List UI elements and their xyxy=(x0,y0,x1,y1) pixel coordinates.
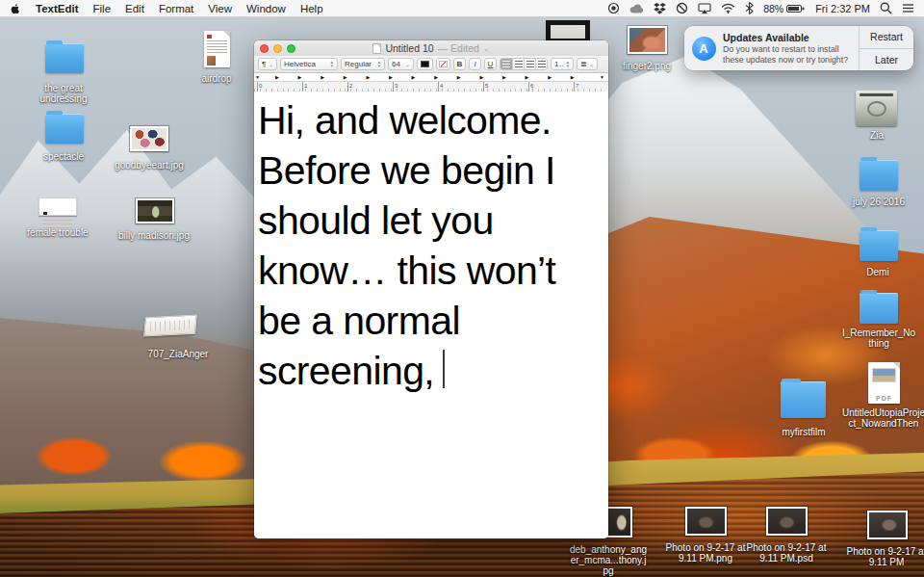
desktop-icon-goodbyeeart[interactable] xyxy=(130,126,168,151)
dropbox-icon[interactable] xyxy=(654,3,666,14)
italic-button[interactable]: I xyxy=(469,58,481,70)
desktop-icon-finger2[interactable] xyxy=(628,26,667,54)
desktop-icon-untitled-utopia-project[interactable]: PDF xyxy=(868,362,900,404)
desktop-icon-july-26-2016[interactable] xyxy=(860,160,898,191)
desktop-icon-zia-device[interactable] xyxy=(856,91,897,126)
align-center-button[interactable] xyxy=(512,59,524,69)
menu-item-file[interactable]: File xyxy=(93,3,112,14)
ruler-number: 0 xyxy=(257,82,262,92)
textedit-window: Untitled 10 — Edited ⌄ ¶⌄ Helvetica ▲▼ R… xyxy=(254,40,608,538)
cloud-icon[interactable] xyxy=(629,3,644,13)
tab-stop-marker[interactable]: ▶ xyxy=(298,73,302,81)
desktop-icon-billy-madison[interactable] xyxy=(136,198,174,223)
bluetooth-icon[interactable] xyxy=(745,2,754,14)
desktop-label-july-26-2016: july 26 2016 xyxy=(842,197,915,207)
tab-stop-strip[interactable]: ▶▶▶▶▶▶▶▶▶▶▶▶▶▶▼▼ xyxy=(254,73,608,81)
wifi-icon[interactable] xyxy=(721,3,735,13)
line-spacing-stepper[interactable]: 1.0 ▲▼ xyxy=(551,58,574,70)
desktop-icon-photo-9-2-17[interactable] xyxy=(867,511,908,539)
tab-stop-marker[interactable]: ▶ xyxy=(275,73,279,81)
notification-center-icon[interactable] xyxy=(902,3,914,13)
desktop-label-photo-9-2-17: Photo on 9-2-17 at 9.11 PM xyxy=(842,546,924,567)
menu-item-format[interactable]: Format xyxy=(159,3,193,14)
minimize-button[interactable] xyxy=(273,44,282,53)
format-toolbar: ¶⌄ Helvetica ▲▼ Regular ▲▼ 64⌄ B I U xyxy=(254,56,608,73)
align-left-button[interactable] xyxy=(500,59,512,69)
tab-stop-marker[interactable]: ▶ xyxy=(366,73,370,81)
desktop-icon-photo-9-2-17-psd[interactable] xyxy=(766,507,808,536)
menu-bar: TextEditFileEditFormatViewWindowHelp 88%… xyxy=(0,0,924,17)
ruler: ▶▶▶▶▶▶▶▶▶▶▶▶▶▶▼▼ 01234567 xyxy=(254,73,608,92)
do-not-disturb-icon[interactable] xyxy=(676,2,688,14)
font-size-dropdown[interactable]: 64⌄ xyxy=(388,58,414,70)
update-notification: Updates Available Do you want to restart… xyxy=(684,26,913,70)
desktop-label-i-remember-nothing: I_Remember_Nothing xyxy=(841,328,916,349)
highlight-color-well[interactable] xyxy=(436,58,450,70)
font-family-combo[interactable]: Helvetica ▲▼ xyxy=(280,58,338,70)
document-line: be a normal xyxy=(258,296,606,346)
menu-item-textedit[interactable]: TextEdit xyxy=(36,3,79,14)
menu-bar-clock[interactable]: Fri 2:32 PM xyxy=(815,3,870,14)
desktop-icon-the-great-undressing[interactable] xyxy=(45,43,84,73)
tab-stop-marker[interactable]: ▶ xyxy=(412,73,416,81)
document-line: know… this won’t xyxy=(258,246,606,296)
desktop-icon-myfirstfilm[interactable] xyxy=(781,381,826,418)
desktop-icon-spectacle[interactable] xyxy=(45,114,84,144)
zoom-button[interactable] xyxy=(287,44,295,53)
desktop-label-female-trouble: female trouble xyxy=(17,227,98,238)
tab-stop-marker[interactable]: ▶ xyxy=(434,73,438,81)
desktop-icon-female-trouble[interactable] xyxy=(38,197,77,216)
record-icon[interactable] xyxy=(607,2,620,14)
menu-item-view[interactable]: View xyxy=(208,3,232,14)
airplay-icon[interactable] xyxy=(698,3,711,14)
desktop-icon-photo-9-2-17-png[interactable] xyxy=(685,507,727,536)
tab-stop-marker[interactable]: ▶ xyxy=(526,73,529,81)
tab-stop-marker[interactable]: ▶ xyxy=(321,73,324,81)
underline-button[interactable]: U xyxy=(484,58,497,70)
later-button[interactable]: Later xyxy=(860,48,913,71)
text-color-well[interactable] xyxy=(417,58,433,70)
desktop-label-billy-madison: billy madison.jpg xyxy=(106,230,202,241)
tab-stop-marker[interactable]: ▶ xyxy=(571,73,575,81)
paragraph-style-dropdown[interactable]: ¶⌄ xyxy=(258,58,277,70)
close-button[interactable] xyxy=(260,44,269,53)
desktop-screen: the great undressingairdropspectaclegood… xyxy=(0,0,924,577)
document-line: screening, xyxy=(258,346,606,396)
desktop-label-spectacle: spectacle xyxy=(32,151,95,162)
document-text-area[interactable]: Hi, and welcome.Before we begin Ishould … xyxy=(254,92,608,538)
font-style-combo[interactable]: Regular ▲▼ xyxy=(341,58,385,70)
right-margin-marker[interactable]: ▼ xyxy=(600,73,604,81)
align-left-icon xyxy=(502,61,510,67)
chevron-down-icon[interactable]: ⌄ xyxy=(483,44,490,53)
desktop-icon-i-remember-nothing[interactable] xyxy=(860,293,898,324)
app-store-icon xyxy=(692,37,716,61)
spotlight-icon[interactable] xyxy=(880,2,892,14)
align-center-icon xyxy=(515,61,523,67)
tab-stop-marker[interactable]: ▶ xyxy=(389,73,393,81)
desktop-icon-airdrop[interactable] xyxy=(204,31,230,67)
left-margin-marker[interactable]: ▼ xyxy=(255,73,260,81)
align-right-button[interactable] xyxy=(524,59,535,69)
list-style-dropdown[interactable]: ≣⌄ xyxy=(577,58,598,70)
window-titlebar[interactable]: Untitled 10 — Edited ⌄ xyxy=(254,40,608,56)
tab-stop-marker[interactable]: ▶ xyxy=(344,73,347,81)
desktop-label-photo-9-2-17-png: Photo on 9-2-17 at 9.11 PM.png xyxy=(661,542,750,564)
tab-stop-marker[interactable]: ▶ xyxy=(502,73,506,81)
desktop-icon-demi[interactable] xyxy=(860,230,898,261)
tab-stop-marker[interactable]: ▶ xyxy=(457,73,461,81)
apple-icon[interactable] xyxy=(10,2,21,15)
menu-bar-left: TextEditFileEditFormatViewWindowHelp xyxy=(10,2,323,15)
bold-button[interactable]: B xyxy=(453,58,466,70)
menu-item-window[interactable]: Window xyxy=(246,3,286,14)
tab-stop-marker[interactable]: ▶ xyxy=(479,73,483,81)
no-color-swatch-icon xyxy=(439,61,448,67)
menu-item-edit[interactable]: Edit xyxy=(125,3,144,14)
align-justify-icon xyxy=(538,61,546,67)
restart-button[interactable]: Restart xyxy=(860,26,913,48)
tab-stop-marker[interactable]: ▶ xyxy=(548,73,552,81)
align-justify-button[interactable] xyxy=(535,59,547,69)
menu-item-help[interactable]: Help xyxy=(300,3,323,14)
stepper-icon: ▲▼ xyxy=(377,61,381,66)
battery-status[interactable]: 88% xyxy=(763,3,806,14)
desktop-icon-zia-anger-707[interactable] xyxy=(144,316,196,335)
